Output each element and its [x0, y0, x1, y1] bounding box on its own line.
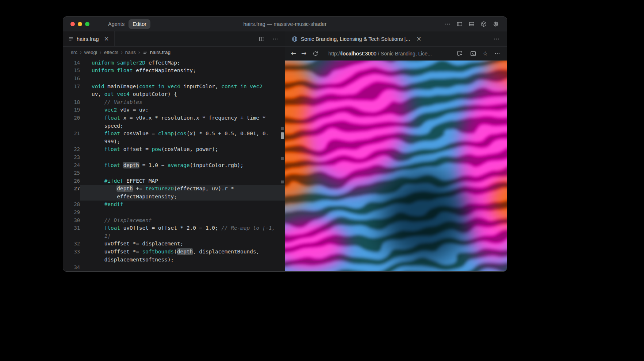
gear-icon[interactable]	[492, 20, 499, 28]
line-number[interactable]: 30	[63, 217, 80, 223]
shader-dark-blob	[351, 141, 497, 271]
line-number[interactable]: 25	[63, 170, 80, 176]
code-token: // Displacement	[92, 217, 152, 223]
code-line[interactable]: 21 float cosValue = clamp(cos(x) * 0.5 +…	[63, 129, 285, 137]
code-token: speed;	[92, 123, 123, 129]
code-line[interactable]: 30 // Displacement	[63, 216, 285, 224]
code-line[interactable]: speed;	[63, 122, 285, 130]
code-line[interactable]: 18 // Variables	[63, 98, 285, 106]
line-number[interactable]: 29	[63, 209, 80, 215]
breadcrumb-item-src[interactable]: src	[71, 50, 77, 55]
reload-icon[interactable]	[312, 50, 319, 57]
line-number[interactable]: 33	[63, 249, 80, 255]
code-line[interactable]: displacementSoftness);	[63, 256, 285, 264]
browser-tab-title[interactable]: Sonic Branding, Licensing & Tech Solutio…	[301, 36, 410, 42]
mode-tab-editor[interactable]: Editor	[129, 19, 150, 29]
code-line[interactable]: 31 float uvOffset = offset * 2.0 − 1.0; …	[63, 224, 285, 232]
line-number[interactable]: 15	[63, 67, 80, 73]
code-line[interactable]: 999);	[63, 137, 285, 145]
code-line[interactable]: 25	[63, 169, 285, 177]
overview-ruler-marker	[281, 127, 284, 130]
breadcrumb-item-file[interactable]: hairs.frag	[143, 50, 170, 55]
code-token: (effectMap, uv).r *	[174, 186, 234, 191]
code-token: = 1.0 −	[139, 162, 168, 168]
line-number[interactable]: 34	[63, 264, 80, 270]
code-line[interactable]: 1]	[63, 232, 285, 240]
editor-tab-bar: hairs.frag ×	[63, 31, 285, 47]
line-number[interactable]: 23	[63, 154, 80, 160]
line-number[interactable]: 27	[63, 186, 80, 191]
line-number[interactable]: 14	[63, 60, 80, 66]
back-icon[interactable]: ←	[291, 50, 296, 57]
forward-icon[interactable]: →	[301, 50, 306, 57]
console-icon[interactable]	[469, 50, 477, 57]
line-number[interactable]: 20	[63, 115, 80, 121]
bookmark-star-icon[interactable]: ☆	[483, 51, 488, 57]
inspect-element-icon[interactable]	[456, 50, 464, 57]
code-line[interactable]: 27 depth += texture2D(effectMap, uv).r *	[63, 185, 285, 193]
code-token: , displacementBounds,	[193, 249, 259, 255]
code-token: inputColor,	[180, 84, 222, 89]
chevron-right-icon: ›	[121, 49, 123, 55]
more-icon[interactable]	[494, 50, 501, 57]
line-number[interactable]: 28	[63, 201, 80, 207]
code-token: vec2	[92, 107, 117, 113]
highlighted-word: depth	[177, 249, 193, 255]
more-icon[interactable]	[272, 35, 279, 43]
code-token: float	[92, 131, 120, 136]
line-number[interactable]: 17	[63, 84, 80, 89]
code-line[interactable]: 16	[63, 74, 285, 82]
code-line[interactable]: 32 uvOffset *= displacement;	[63, 240, 285, 248]
line-number[interactable]: 32	[63, 241, 80, 247]
scrollbar-handle[interactable]	[281, 132, 284, 139]
close-window-button[interactable]	[70, 22, 75, 26]
code-token: (inputColor.rgb);	[190, 162, 244, 168]
code-line[interactable]: 23	[63, 153, 285, 161]
close-icon[interactable]: ×	[416, 36, 421, 42]
code-line[interactable]: 14uniform sampler2D effectMap;	[63, 59, 285, 67]
line-number[interactable]: 16	[63, 75, 80, 81]
globe-icon	[292, 36, 298, 42]
line-number[interactable]: 26	[63, 178, 80, 184]
code-token: float	[92, 162, 120, 168]
line-number[interactable]: 22	[63, 146, 80, 152]
close-icon[interactable]: ×	[104, 36, 109, 42]
code-line[interactable]: 33 uvOffset *= softbounds(depth, displac…	[63, 248, 285, 256]
code-line[interactable]: 28 #endif	[63, 201, 285, 209]
line-number[interactable]: 19	[63, 107, 80, 113]
line-number[interactable]: 18	[63, 99, 80, 105]
code-line[interactable]: 24 float depth = 1.0 − average(inputColo…	[63, 161, 285, 169]
more-icon[interactable]	[444, 20, 451, 28]
layout-panel-icon[interactable]	[468, 20, 475, 28]
breadcrumb-item-webgl[interactable]: webgl	[84, 50, 97, 55]
cube-icon[interactable]	[480, 20, 487, 28]
line-number[interactable]: 31	[63, 225, 80, 231]
code-line[interactable]: 34	[63, 263, 285, 271]
code-token: effectMapIntensity;	[92, 194, 177, 199]
code-editor[interactable]: 14uniform sampler2D effectMap;15uniform …	[63, 58, 285, 271]
code-line[interactable]: 17void mainImage(const in vec4 inputColo…	[63, 82, 285, 90]
line-number[interactable]: 24	[63, 162, 80, 168]
file-icon	[68, 36, 74, 42]
code-line[interactable]: 29	[63, 208, 285, 216]
split-editor-icon[interactable]	[258, 35, 265, 43]
more-icon[interactable]	[493, 35, 500, 43]
line-number[interactable]: 21	[63, 131, 80, 136]
code-line[interactable]: uv, out vec4 outputColor) {	[63, 90, 285, 98]
code-line[interactable]: 22 float offset = pow(cosValue, power);	[63, 145, 285, 154]
layout-sidebar-icon[interactable]	[456, 20, 463, 28]
breadcrumb-item-hairs[interactable]: hairs	[125, 50, 136, 55]
breadcrumb-item-effects[interactable]: effects	[104, 50, 119, 55]
file-icon	[143, 50, 148, 55]
code-line[interactable]: 20 float x = vUv.x * resolution.x * freq…	[63, 114, 285, 122]
url-bar[interactable]: http://localhost:3000 / Sonic Branding, …	[329, 51, 451, 57]
code-line[interactable]: 19 vec2 vUv = uv;	[63, 106, 285, 114]
code-line[interactable]: 15uniform float effectMapIntensity;	[63, 67, 285, 75]
editor-tab-hairs-frag[interactable]: hairs.frag ×	[63, 31, 115, 46]
code-line[interactable]: 26 #ifdef EFFECT_MAP	[63, 177, 285, 185]
zoom-window-button[interactable]	[85, 22, 89, 26]
code-line[interactable]: effectMapIntensity;	[63, 193, 285, 201]
minimize-window-button[interactable]	[78, 22, 82, 26]
mode-tab-agents[interactable]: Agents	[104, 19, 129, 29]
code-token: uvOffset *= displacement;	[92, 241, 183, 247]
